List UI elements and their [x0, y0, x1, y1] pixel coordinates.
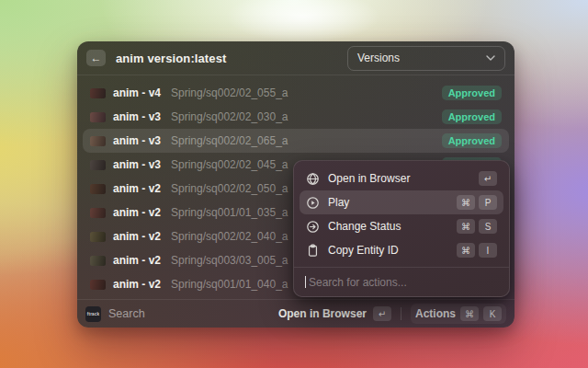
action-menu-item[interactable]: Change Status ⌘S [300, 214, 503, 238]
k-key-icon: K [483, 306, 502, 321]
version-name: anim - v3 [113, 134, 161, 147]
action-menu-item-label: Play [328, 196, 448, 209]
version-path: Spring/sq002/02_030_a [171, 110, 435, 123]
ftrack-logo-icon: ftrack [85, 306, 101, 322]
window-header: ← anim version:latest Versions [77, 41, 514, 75]
actions-button[interactable]: Actions ⌘ K [411, 304, 506, 324]
launcher-window: ← anim version:latest Versions anim - v4… [77, 41, 514, 328]
shortcut-key: ↵ [479, 171, 497, 186]
version-thumbnail [90, 136, 106, 146]
version-path: Spring/sq002/02_055_a [171, 86, 435, 99]
versions-dropdown-label: Versions [357, 52, 400, 64]
version-thumbnail [90, 280, 106, 290]
shortcut-key: P [479, 195, 497, 210]
versions-dropdown[interactable]: Versions [347, 46, 505, 71]
version-name: anim - v3 [113, 158, 161, 171]
version-thumbnail [90, 184, 106, 194]
clipboard-icon [306, 244, 320, 258]
search-query-title: anim version:latest [116, 52, 226, 65]
action-menu-item-label: Copy Entity ID [328, 244, 448, 257]
command-key-icon: ⌘ [460, 306, 479, 321]
footer-bar: ftrack Search Open in Browser ↵ Actions … [77, 299, 514, 328]
version-thumbnail [90, 160, 106, 170]
globe-icon [306, 172, 320, 186]
shortcut-key: ⌘ [457, 219, 475, 234]
action-menu-item[interactable]: Play ⌘P [300, 190, 503, 214]
action-menu-items: Open in Browser ↵ Play ⌘P Change Status … [300, 167, 503, 262]
version-list-item[interactable]: anim - v4 Spring/sq002/02_055_a Approved [83, 81, 509, 105]
action-menu-item-label: Open in Browser [328, 172, 470, 185]
version-thumbnail [90, 256, 106, 266]
version-path: Spring/sq002/02_065_a [171, 134, 435, 147]
action-menu-item[interactable]: Open in Browser ↵ [300, 167, 503, 190]
version-list-item[interactable]: anim - v3 Spring/sq002/02_030_a Approved [83, 105, 509, 129]
version-thumbnail [90, 232, 106, 242]
shortcut-key: ⌘ [457, 243, 475, 258]
desktop-background: ← anim version:latest Versions anim - v4… [0, 0, 588, 368]
text-caret [305, 276, 306, 288]
back-button[interactable]: ← [86, 50, 106, 66]
footer-divider [401, 307, 401, 320]
footer-search-input[interactable]: Search [108, 307, 145, 320]
play-circle-icon [306, 196, 320, 210]
shortcut-keys: ⌘S [457, 219, 497, 234]
action-menu-item-label: Change Status [328, 220, 448, 233]
shortcut-keys: ⌘I [457, 243, 497, 258]
version-name: anim - v2 [113, 230, 161, 243]
arrow-right-circle-icon [306, 220, 320, 234]
shortcut-keys: ↵ [479, 171, 497, 186]
status-badge: Approved [442, 109, 502, 124]
version-name: anim - v2 [113, 182, 161, 195]
footer-actions: Open in Browser ↵ Actions ⌘ K [278, 304, 506, 324]
status-badge: Approved [442, 133, 502, 148]
status-badge: Approved [442, 86, 502, 100]
version-thumbnail [90, 88, 106, 98]
version-name: anim - v2 [113, 254, 161, 267]
chevron-down-icon [486, 55, 495, 61]
return-key-icon: ↵ [373, 306, 391, 321]
shortcut-key: I [479, 243, 497, 258]
action-menu-item[interactable]: Copy Entity ID ⌘I [300, 238, 503, 262]
version-name: anim - v2 [113, 206, 161, 219]
action-search-input[interactable]: Search for actions... [294, 267, 509, 296]
version-thumbnail [90, 208, 106, 218]
version-thumbnail [90, 112, 106, 122]
version-name: anim - v3 [113, 110, 161, 123]
primary-action-button[interactable]: Open in Browser [278, 307, 367, 320]
action-menu-popover: Open in Browser ↵ Play ⌘P Change Status … [293, 160, 510, 297]
shortcut-key: ⌘ [457, 195, 475, 210]
version-name: anim - v4 [113, 86, 161, 99]
version-list-item[interactable]: anim - v3 Spring/sq002/02_065_a Approved [83, 129, 509, 153]
version-name: anim - v2 [113, 278, 161, 291]
shortcut-key: S [479, 219, 497, 234]
action-search-placeholder: Search for actions... [309, 276, 407, 289]
actions-button-label: Actions [415, 307, 456, 320]
shortcut-keys: ⌘P [457, 195, 497, 210]
